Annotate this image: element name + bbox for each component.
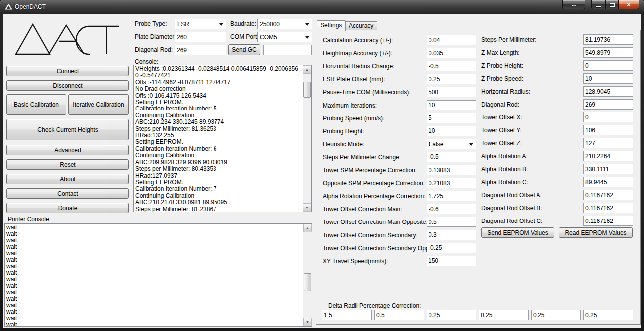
setting-input[interactable] [427,152,476,162]
delta-radii-input[interactable] [583,310,633,320]
tab-settings[interactable]: Settings [317,20,346,31]
basic-calibration-button[interactable]: Basic Calibration [6,94,66,115]
settings-row: Diagonal Rod Offset B: [481,203,636,214]
setting-label: Alpha Rotation C: [481,179,528,186]
setting-label: Z Max Length: [481,49,520,56]
delta-radii-label: Delta Radii Percentage Correction: [328,302,421,309]
minimize-button[interactable] [591,0,606,9]
plate-diameter-label: Plate Diameter: [135,33,176,40]
setting-input[interactable] [427,48,476,58]
scroll-up-icon[interactable]: ▲ [303,224,312,232]
setting-input[interactable] [427,178,476,188]
setting-input[interactable] [583,190,633,200]
settings-row: Tower Offset X: [481,112,636,123]
setting-input[interactable] [427,256,476,266]
scroll-down-icon[interactable]: ▼ [303,318,312,326]
plate-diameter-input[interactable] [175,32,226,42]
check-current-heights-button[interactable]: Check Current Heights [6,119,129,140]
setting-input[interactable] [583,164,633,174]
setting-input[interactable] [427,230,476,240]
setting-input[interactable] [583,86,633,97]
setting-input[interactable] [583,112,633,122]
scrollbar-thumb[interactable] [303,82,311,98]
disconnect-button[interactable]: Disconnect [6,80,129,91]
tab-accuracy[interactable]: Accuracy [345,21,377,30]
setting-label: Tower Offset Z: [481,140,522,147]
delta-radii-input[interactable] [479,310,529,320]
setting-label: Maximum Iterations: [323,102,377,109]
scrollbar-thumb[interactable] [304,273,311,291]
settings-row: Calculation Accuracy (+/-): [323,35,487,46]
setting-input[interactable] [583,203,633,213]
maximize-button[interactable] [605,0,619,9]
setting-input[interactable] [427,100,476,110]
setting-input[interactable] [427,74,476,84]
connect-button[interactable]: Connect [6,66,129,76]
setting-input[interactable] [427,87,476,97]
setting-input[interactable] [583,60,633,71]
console-scrollbar[interactable]: ▲ ▼ [303,65,311,212]
setting-input[interactable] [583,125,633,135]
settings-row: Steps Per Millimeter Change: [323,152,487,163]
read-eeprom-button[interactable]: Read EEPROM Values [559,227,633,238]
donate-button[interactable]: Donate [6,203,129,213]
setting-input[interactable] [583,177,633,187]
probe-type-select[interactable]: FSR [175,19,226,29]
setting-input[interactable] [427,113,476,123]
printer-console-label: Printer Console: [8,216,51,222]
setting-input[interactable] [427,243,476,253]
settings-row: Alpha Rotation B: [481,164,636,175]
console-output[interactable]: VHeights :0.02361344 -0.02848514 0.00641… [133,65,312,212]
setting-label: Opposite SPM Percentage Correction: [323,180,425,187]
scroll-up-icon[interactable]: ▲ [303,65,311,74]
setting-input[interactable] [427,204,476,214]
diagonal-rod-input[interactable] [175,45,226,55]
setting-input[interactable] [583,138,633,148]
setting-label: Alpha Rotation Percentage Correction: [323,193,425,200]
send-eeprom-button[interactable]: Send EEPROM Values [481,227,554,238]
setting-input[interactable] [583,47,633,58]
setting-input[interactable] [427,61,476,71]
settings-row: Horizontal Radius Change: [323,61,487,72]
minimize-icon [596,6,601,7]
settings-row: Alpha Rotation Percentage Correction: [323,191,487,202]
setting-input[interactable] [583,99,633,110]
delta-radii-input[interactable] [322,310,372,320]
scroll-down-icon[interactable]: ▼ [303,203,311,212]
settings-row: Maximum Iterations: [323,100,487,111]
delta-radii-input[interactable] [427,310,476,320]
setting-input[interactable] [583,151,633,161]
chevron-down-icon [305,36,309,39]
delta-radii-input[interactable] [531,310,581,320]
settings-row: Z Probe Height: [481,60,636,71]
com-port-select[interactable]: COM5 [257,32,312,42]
settings-row: Probing Speed (mm/s): [323,113,487,124]
setting-input[interactable] [427,191,476,201]
dact-logo [5,15,130,63]
iterative-calibration-button[interactable]: Iterative Calibration [68,94,129,115]
printer-console-output[interactable]: wait wait wait wait wait wait wait wait … [4,223,312,327]
about-button[interactable]: About [6,174,129,184]
baudrate-select[interactable]: 250000 [257,19,312,29]
setting-input[interactable] [583,73,633,84]
resize-button[interactable]: ↔ [562,0,585,9]
titlebar[interactable]: OpenDACT ↔ × [0,0,644,14]
setting-input[interactable] [583,216,633,226]
chevron-down-icon [219,23,223,26]
printer-console-scrollbar[interactable]: ▲ ▼ [303,224,312,326]
setting-select[interactable]: False [427,139,476,149]
delta-radii-input[interactable] [374,310,424,320]
setting-input[interactable] [427,217,476,227]
setting-label: Pause-Time COM (Milliseconds): [323,89,411,96]
setting-input[interactable] [583,34,633,45]
setting-input[interactable] [427,126,476,136]
reset-button[interactable]: Reset [6,159,129,170]
setting-label: Diagonal Rod Offset B: [481,205,542,212]
close-button[interactable]: × [618,0,639,9]
send-gc-button[interactable]: Send GC [228,44,260,55]
setting-input[interactable] [427,35,476,45]
advanced-button[interactable]: Advanced [6,145,129,155]
setting-input[interactable] [427,165,476,175]
gcode-input[interactable] [263,45,312,55]
contact-button[interactable]: Contact [6,188,129,199]
